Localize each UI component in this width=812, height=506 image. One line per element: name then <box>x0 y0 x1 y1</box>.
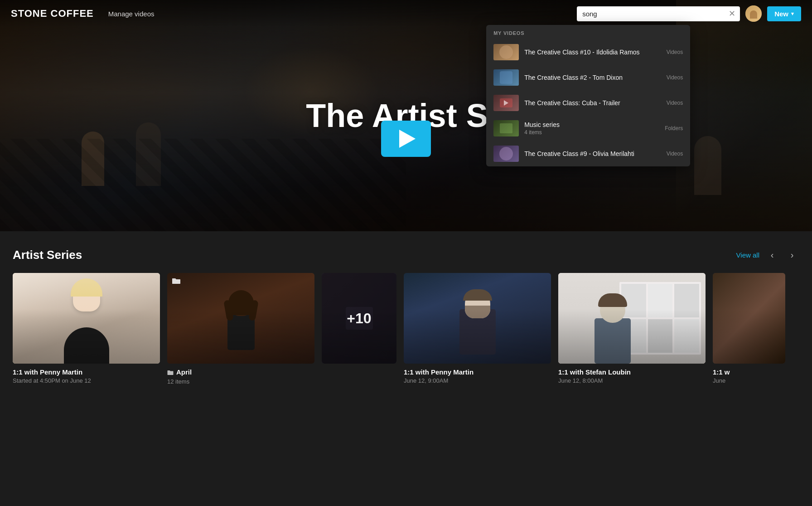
result-title: Music series <box>524 121 659 128</box>
dropdown-section-title: MY VIDEOS <box>486 25 690 39</box>
result-type: Videos <box>667 49 683 55</box>
search-clear-icon[interactable]: ✕ <box>729 10 735 18</box>
card-title: 1:1 with Stefan Loubin <box>558 368 706 376</box>
new-button-chevron-icon: ▾ <box>791 11 794 17</box>
dropdown-item[interactable]: The Creative Class #9 - Olivia Merilahti… <box>486 141 690 166</box>
video-card[interactable]: 1:1 w June <box>713 273 785 385</box>
dropdown-item[interactable]: The Creative Class: Cuba - Trailer Video… <box>486 90 690 116</box>
result-thumb <box>493 69 519 86</box>
card-thumbnail <box>404 273 551 364</box>
search-dropdown: MY VIDEOS The Creative Class #10 - Ildol… <box>486 25 690 166</box>
view-all-link[interactable]: View all <box>736 251 759 259</box>
card-subtitle: Started at 4:50PM on June 12 <box>13 377 160 384</box>
dropdown-item[interactable]: Music series 4 items Folders <box>486 116 690 141</box>
card-title: 1:1 w <box>713 368 785 376</box>
result-thumb <box>493 44 519 60</box>
result-title: The Creative Class #10 - Ildolidia Ramos <box>524 49 661 56</box>
result-title: The Creative Class: Cuba - Trailer <box>524 99 661 107</box>
dropdown-item[interactable]: The Creative Class #10 - Ildolidia Ramos… <box>486 39 690 65</box>
next-arrow-button[interactable]: › <box>785 248 799 262</box>
card-thumbnail <box>558 273 706 364</box>
manage-videos-link[interactable]: Manage videos <box>108 10 155 18</box>
bottom-section: Artist Series View all ‹ › <box>0 231 812 506</box>
play-icon <box>399 130 416 148</box>
result-info: The Creative Class #2 - Tom Dixon <box>524 74 661 81</box>
avatar[interactable] <box>745 5 762 22</box>
card-title: April <box>176 368 192 376</box>
card-subtitle: June 12, 9:00AM <box>404 377 551 384</box>
result-title: The Creative Class #9 - Olivia Merilahti <box>524 150 661 157</box>
new-button[interactable]: New ▾ <box>767 6 801 21</box>
video-card[interactable]: April 12 items <box>167 273 314 385</box>
folder-icon <box>172 277 181 287</box>
result-type: Videos <box>667 100 683 106</box>
plus-count-overlay: +10 <box>322 273 396 364</box>
search-input[interactable] <box>577 6 740 21</box>
result-thumb <box>493 95 519 111</box>
card-subtitle: June <box>713 377 785 384</box>
result-thumb <box>493 120 519 136</box>
result-info: The Creative Class #9 - Olivia Merilahti <box>524 150 661 157</box>
folder-label-icon <box>167 370 174 375</box>
card-title: 1:1 with Penny Martin <box>404 368 551 376</box>
result-type: Videos <box>667 74 683 81</box>
result-subtitle: 4 items <box>524 129 659 136</box>
card-title: 1:1 with Penny Martin <box>13 368 160 376</box>
new-button-label: New <box>774 10 788 18</box>
card-thumbnail <box>713 273 785 364</box>
result-info: Music series 4 items <box>524 121 659 136</box>
section-title: Artist Series <box>13 248 82 262</box>
result-info: The Creative Class: Cuba - Trailer <box>524 99 661 107</box>
card-subtitle: 12 items <box>167 378 314 385</box>
card-subtitle: June 12, 8:00AM <box>558 377 706 384</box>
result-type: Videos <box>667 151 683 157</box>
result-type: Folders <box>665 125 683 131</box>
video-card[interactable]: 1:1 with Penny Martin Started at 4:50PM … <box>13 273 160 385</box>
card-thumbnail <box>167 273 314 364</box>
result-thumb <box>493 146 519 162</box>
video-card[interactable]: 1:1 with Penny Martin June 12, 9:00AM <box>404 273 551 385</box>
cards-row: 1:1 with Penny Martin Started at 4:50PM … <box>13 273 799 385</box>
result-title: The Creative Class #2 - Tom Dixon <box>524 74 661 81</box>
prev-arrow-button[interactable]: ‹ <box>765 248 779 262</box>
section-header: Artist Series View all ‹ › <box>13 248 799 262</box>
video-card[interactable]: +10 <box>322 273 396 385</box>
play-button[interactable] <box>381 121 431 157</box>
result-info: The Creative Class #10 - Ildolidia Ramos <box>524 49 661 56</box>
card-thumbnail <box>13 273 160 364</box>
search-wrapper: ✕ MY VIDEOS The Creative Class #10 - Ild… <box>577 6 740 21</box>
dropdown-item[interactable]: The Creative Class #2 - Tom Dixon Videos <box>486 65 690 90</box>
card-thumbnail: +10 <box>322 273 396 364</box>
section-controls: View all ‹ › <box>736 248 799 262</box>
video-card[interactable]: 1:1 with Stefan Loubin June 12, 8:00AM <box>558 273 706 385</box>
logo: STONE COFFEE <box>11 8 94 19</box>
